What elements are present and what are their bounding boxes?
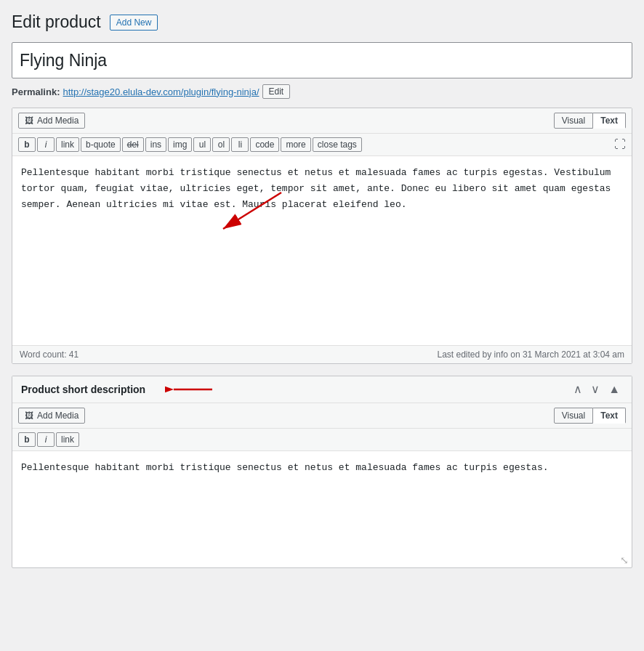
main-text-tab[interactable]: Text (593, 113, 626, 129)
fmt-ul[interactable]: ul (193, 137, 211, 152)
section-toggle-button[interactable]: ▲ (605, 382, 623, 397)
short-desc-toolbar-top: 🖼 Add Media Visual Text (12, 403, 632, 429)
short-desc-add-media-icon: 🖼 (25, 411, 33, 421)
product-title-input[interactable] (12, 42, 632, 78)
fmt-link[interactable]: link (56, 137, 79, 152)
section-collapse-down-button[interactable]: ∨ (588, 382, 603, 397)
fmt-code[interactable]: code (250, 137, 279, 152)
short-description-section: Product short description ∧ ∨ ▲ 🖼 Add Me… (12, 376, 632, 568)
fullscreen-icon[interactable]: ⛶ (614, 138, 626, 151)
header-red-arrow (165, 379, 216, 400)
main-visual-tab[interactable]: Visual (554, 113, 593, 129)
fmt-bold[interactable]: b (18, 137, 36, 152)
main-format-bar: b i link b-quote del ins img ul ol li co… (12, 134, 632, 156)
main-editor-toolbar-top: 🖼 Add Media Visual Text (12, 108, 632, 134)
main-editor-text: Pellentesque habitant morbi tristique se… (21, 167, 611, 210)
short-fmt-bold[interactable]: b (18, 432, 36, 447)
fmt-more[interactable]: more (281, 137, 310, 152)
short-description-title: Product short description (21, 384, 145, 395)
section-collapse-up-button[interactable]: ∧ (571, 382, 585, 397)
section-controls: ∧ ∨ ▲ (571, 382, 623, 397)
short-fmt-link[interactable]: link (56, 432, 79, 447)
svg-line-1 (223, 193, 281, 229)
fmt-li[interactable]: li (231, 137, 249, 152)
fmt-close-tags[interactable]: close tags (313, 137, 362, 152)
short-desc-text: Pellentesque habitant morbi tristique se… (21, 462, 549, 473)
fmt-del[interactable]: del (122, 137, 144, 152)
fmt-italic[interactable]: i (37, 137, 55, 152)
add-new-button[interactable]: Add New (110, 15, 158, 31)
short-desc-text-tab[interactable]: Text (593, 408, 626, 424)
main-add-media-button[interactable]: 🖼 Add Media (18, 113, 85, 129)
short-desc-visual-text-tabs: Visual Text (554, 408, 626, 424)
resize-icon: ⤡ (620, 554, 629, 566)
permalink-url[interactable]: http://stage20.elula-dev.com/plugin/flyi… (63, 86, 259, 97)
short-fmt-italic[interactable]: i (37, 432, 55, 447)
add-media-icon: 🖼 (25, 116, 33, 126)
main-editor-box: 🖼 Add Media Visual Text b i link b-quote… (12, 108, 632, 364)
word-count-label: Word count: 41 (20, 349, 79, 360)
fmt-bquote[interactable]: b-quote (81, 137, 121, 152)
fmt-ins[interactable]: ins (145, 137, 166, 152)
permalink-edit-button[interactable]: Edit (262, 84, 291, 99)
short-desc-editor-content[interactable]: Pellentesque habitant morbi tristique se… (12, 451, 632, 553)
short-desc-add-media-button[interactable]: 🖼 Add Media (18, 408, 85, 424)
main-visual-text-tabs: Visual Text (554, 113, 626, 129)
page-title: Edit product (12, 12, 101, 33)
last-edited-text: Last edited by info on 31 March 2021 at … (437, 349, 624, 360)
short-desc-format-bar: b i link (12, 429, 632, 451)
permalink-label: Permalink: (12, 86, 60, 97)
resize-handle[interactable]: ⤡ (12, 553, 632, 567)
short-desc-visual-tab[interactable]: Visual (554, 408, 593, 424)
fmt-ol[interactable]: ol (212, 137, 230, 152)
fmt-img[interactable]: img (168, 137, 192, 152)
page-header: Edit product Add New (12, 12, 632, 33)
main-editor-content[interactable]: Pellentesque habitant morbi tristique se… (12, 156, 632, 345)
short-description-header: Product short description ∧ ∨ ▲ (12, 376, 632, 403)
main-editor-footer: Word count: 41 Last edited by info on 31… (12, 345, 632, 363)
permalink-row: Permalink: http://stage20.elula-dev.com/… (12, 84, 632, 99)
